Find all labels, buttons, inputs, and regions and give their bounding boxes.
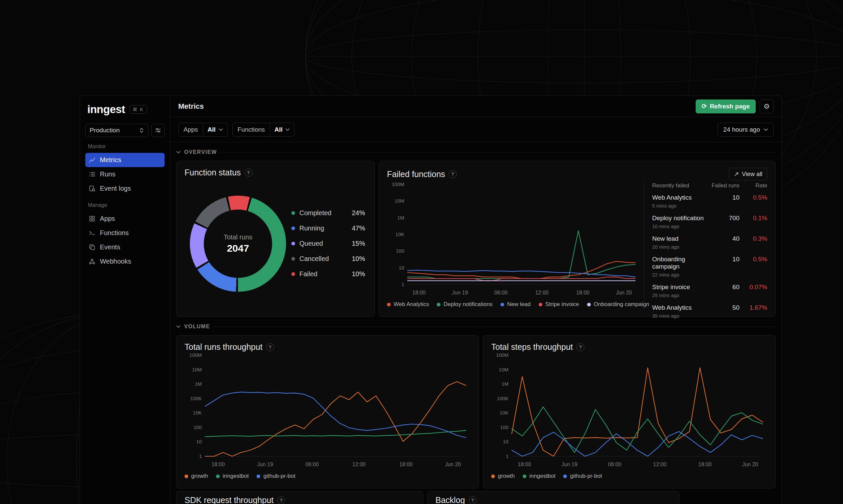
function-name: Web Analytics xyxy=(652,194,705,201)
svg-text:18:00: 18:00 xyxy=(576,290,589,295)
chart-line-icon xyxy=(89,157,96,163)
svg-text:100M: 100M xyxy=(496,352,509,358)
sdk-request-throughput-title: SDK request throughput xyxy=(185,496,274,504)
series-line-github-pr-bot xyxy=(205,392,466,437)
overview-section-header[interactable]: OVERVIEW xyxy=(176,147,776,157)
legend-percentage: 15% xyxy=(352,240,365,247)
legend-percentage: 47% xyxy=(352,224,365,232)
refresh-page-button[interactable]: ⟳ Refresh page xyxy=(695,100,756,113)
functions-filter[interactable]: Functions All xyxy=(232,123,295,137)
legend-dot xyxy=(291,211,295,215)
environment-filter-button[interactable] xyxy=(151,124,165,137)
legend-label: Web Analytics xyxy=(394,301,429,308)
overview-section-title: OVERVIEW xyxy=(184,149,217,155)
failed-runs-count: 10 xyxy=(705,194,739,201)
failed-rate: 0.1% xyxy=(739,215,767,222)
chevron-down-icon xyxy=(764,128,768,131)
legend-percentage: 10% xyxy=(352,255,365,263)
function-name: Onboarding campaign xyxy=(652,256,705,270)
info-icon[interactable]: ? xyxy=(266,343,274,351)
settings-button[interactable]: ⚙ xyxy=(760,100,774,113)
series-line-web-analytics xyxy=(408,261,635,278)
table-row[interactable]: New lead20 mins ago400.3% xyxy=(652,232,767,253)
failed-rate: 0.07% xyxy=(739,284,767,291)
legend-label: Cancelled xyxy=(299,255,329,263)
failed-runs-count: 40 xyxy=(705,235,739,242)
legend-label: inngestbot xyxy=(223,473,248,480)
legend-label: inngestbot xyxy=(529,473,555,480)
legend-label: github-pr-bot xyxy=(570,473,602,480)
info-icon[interactable]: ? xyxy=(577,343,584,351)
column-header-failed-runs: Failed runs xyxy=(705,182,739,189)
legend-dot xyxy=(291,272,295,276)
table-row[interactable]: Stripe invoice25 mins ago600.07% xyxy=(652,281,767,301)
series-line-growth xyxy=(512,368,763,456)
list-icon xyxy=(89,171,96,178)
svg-text:18:00: 18:00 xyxy=(412,290,426,295)
sidebar-item-runs[interactable]: Runs xyxy=(85,167,165,181)
failed-runs-count: 50 xyxy=(705,304,739,311)
info-icon[interactable]: ? xyxy=(245,169,253,177)
volume-section-header[interactable]: VOLUME xyxy=(176,322,776,331)
sidebar-item-metrics[interactable]: Metrics xyxy=(85,153,165,167)
failed-functions-svg: 100M10M1M10K10010118:00Jun 1906:0012:001… xyxy=(387,181,640,299)
apps-filter-value: All xyxy=(207,126,216,133)
legend-item: inngestbot xyxy=(216,473,248,480)
svg-text:100M: 100M xyxy=(392,181,404,187)
table-row[interactable]: Onboarding campaign22 mins ago100.5% xyxy=(652,253,767,281)
legend-dot xyxy=(257,474,260,478)
environment-select[interactable]: Production xyxy=(85,124,148,137)
failed-functions-title: Failed functions xyxy=(387,169,445,179)
legend-label: Stripe invoice xyxy=(545,301,579,308)
svg-text:1: 1 xyxy=(401,282,404,287)
view-all-button[interactable]: ↗ View all xyxy=(729,168,767,180)
total-runs-chart: 100M10M1M100K10K10010118:00Jun 1906:0012… xyxy=(185,352,471,471)
svg-text:10M: 10M xyxy=(499,367,509,372)
svg-text:Jun 19: Jun 19 xyxy=(257,462,273,467)
svg-text:100K: 100K xyxy=(190,396,202,401)
backlog-title: Backlog xyxy=(435,496,465,504)
legend-label: github-pr-bot xyxy=(263,473,295,480)
table-row[interactable]: Web Analytics5 mins ago100.5% xyxy=(652,191,767,212)
sidebar-item-event-logs[interactable]: Event logs xyxy=(85,181,165,196)
command-k-shortcut[interactable]: ⌘ K xyxy=(130,105,147,114)
select-updown-icon xyxy=(139,127,144,133)
functions-filter-label: Functions xyxy=(233,123,270,136)
svg-text:10: 10 xyxy=(196,439,202,444)
function-status-donut: Total runs 2047 xyxy=(190,196,286,292)
table-row[interactable]: Web Analytics35 mins ago501.67% xyxy=(652,301,767,322)
svg-text:1M: 1M xyxy=(195,381,202,386)
svg-text:10M: 10M xyxy=(192,367,202,372)
failed-time-ago: 20 mins ago xyxy=(652,244,705,250)
svg-text:06:00: 06:00 xyxy=(608,462,621,467)
sidebar-item-apps[interactable]: Apps xyxy=(85,212,165,226)
function-name: Deploy notification xyxy=(652,215,705,222)
function-name: Stripe invoice xyxy=(652,284,705,291)
arrow-up-right-icon: ↗ xyxy=(734,170,739,178)
svg-text:18:00: 18:00 xyxy=(399,462,413,467)
time-range-select[interactable]: 24 hours ago xyxy=(718,123,774,137)
volume-section-title: VOLUME xyxy=(184,324,210,329)
table-row[interactable]: Deploy notification10 mins ago7000.1% xyxy=(652,212,767,232)
sidebar-item-label: Functions xyxy=(100,229,129,237)
svg-text:18:00: 18:00 xyxy=(698,462,711,467)
sidebar-item-label: Metrics xyxy=(100,156,121,164)
total-runs-legend: growthinngestbotgithub-pr-bot xyxy=(185,471,471,482)
info-icon[interactable]: ? xyxy=(449,170,457,178)
content: OVERVIEW Function status ? Total runs xyxy=(170,142,781,504)
sidebar-item-functions[interactable]: Functions xyxy=(85,226,165,240)
refresh-page-label: Refresh page xyxy=(710,103,750,110)
info-icon[interactable]: ? xyxy=(469,497,477,504)
legend-dot xyxy=(291,257,295,260)
sidebar-item-events[interactable]: Events xyxy=(85,240,165,254)
series-line-stripe-invoice xyxy=(408,277,635,281)
legend-item: Onboarding campaign xyxy=(587,301,649,308)
apps-filter[interactable]: Apps All xyxy=(178,123,228,137)
app-window: inngest ⌘ K Production Monitor Metrics R… xyxy=(80,95,782,504)
sidebar-item-webhooks[interactable]: Webhooks xyxy=(85,254,165,269)
svg-text:Jun 19: Jun 19 xyxy=(562,462,578,467)
volume-row: Total runs throughput ? 100M10M1M100K10K… xyxy=(176,335,776,488)
legend-item: New lead xyxy=(500,301,531,308)
info-icon[interactable]: ? xyxy=(277,497,285,504)
status-legend-item: Cancelled10% xyxy=(291,255,365,263)
